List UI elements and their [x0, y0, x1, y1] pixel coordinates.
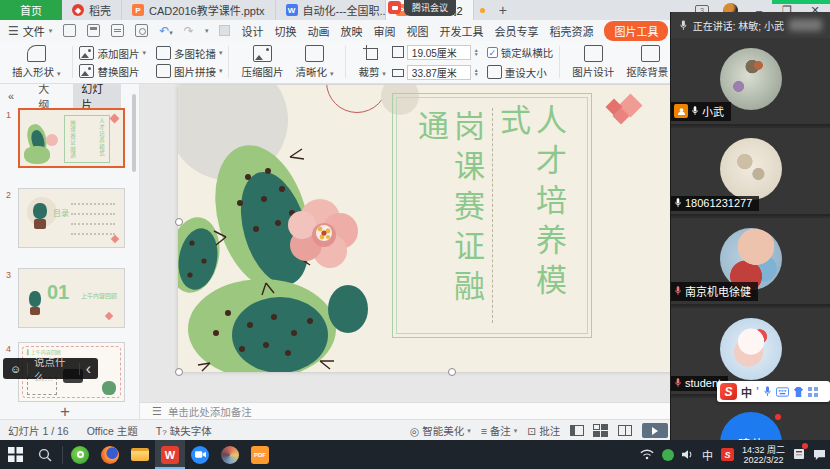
ribbon-collapse-box[interactable] [219, 25, 230, 36]
selection-handle-bottom-center[interactable] [448, 368, 456, 376]
new-tab-button[interactable]: + [499, 2, 507, 18]
menu-tab-view[interactable]: 视图 [406, 23, 428, 39]
picture-design-button[interactable]: 图片设计 [566, 45, 620, 79]
taskbar-360-browser[interactable] [65, 440, 95, 469]
selection-handle-left[interactable] [175, 218, 183, 226]
taskbar-file-explorer[interactable] [125, 440, 155, 469]
chat-collapse-icon[interactable]: ‹ [86, 360, 91, 378]
sorter-view-icon[interactable] [594, 425, 608, 436]
slide-title-sub[interactable]: 岗课赛证融通 [413, 110, 485, 337]
beautify-button[interactable]: ◎ 智能美化 ▾ [410, 423, 471, 438]
tab-document-cad[interactable]: P CAD2016教学课件.pptx [122, 0, 276, 20]
menu-tab-review[interactable]: 审阅 [373, 23, 395, 39]
action-center-icon[interactable] [813, 449, 826, 460]
carousel-icon [156, 46, 171, 60]
taskbar-search-button[interactable] [30, 440, 60, 469]
crop-button[interactable]: 裁剪 ▾ [352, 45, 391, 79]
ime-punctuation-icon[interactable]: ’ [756, 386, 759, 397]
slide-thumbnail-2[interactable]: 目录 [18, 188, 125, 248]
volume-icon[interactable] [682, 449, 694, 460]
slide-thumbnail-3[interactable]: 01 上午内容回顾 [18, 268, 125, 328]
reading-view-icon[interactable] [618, 425, 632, 436]
collapse-panel-button[interactable]: « [8, 90, 14, 102]
lock-aspect-checkbox[interactable]: ✓锁定纵横比 [487, 44, 554, 61]
ime-mic-icon[interactable] [763, 385, 772, 398]
comments-toggle[interactable]: ⊡ 批注 [527, 423, 560, 438]
toolbar-more-icon[interactable]: ▾ [205, 27, 209, 35]
height-icon [392, 46, 404, 58]
meeting-chat-overlay[interactable]: ☺ 说点什么... ‹ [3, 358, 98, 379]
selection-handle-bottom-left[interactable] [175, 368, 183, 376]
height-field[interactable]: 19.05厘米 ▲▼ [392, 44, 479, 61]
slide-number: 4 [6, 344, 11, 354]
thumbnail-scrollbar[interactable] [132, 94, 136, 172]
reset-size-button[interactable]: 重设大小 [487, 64, 554, 81]
preview-icon[interactable] [135, 24, 148, 37]
save-icon[interactable] [63, 24, 76, 37]
add-picture-button[interactable]: 添加图片▾ [79, 45, 146, 62]
tray-app-icon[interactable] [793, 446, 805, 464]
ime-skin-icon[interactable] [793, 387, 804, 397]
notes-toggle[interactable]: ≡ 备注▾ [481, 423, 518, 438]
taskbar: W PDF 中 S 14:32 周二 2022/3/22 [0, 440, 830, 469]
undo-button[interactable]: ↶▾ [159, 24, 173, 38]
slide-title-main[interactable]: 人才培养模式 [495, 104, 567, 337]
sogou-logo[interactable]: S [720, 383, 737, 400]
add-slide-button[interactable]: + [60, 402, 70, 422]
picture-stitch-button[interactable]: 图片拼接▾ [156, 63, 223, 80]
export-icon[interactable] [87, 24, 100, 37]
desktop: 首页 ◆ 稻壳 P CAD2016教学课件.pptx W 自动化---全国职..… [0, 0, 830, 469]
tray-green-icon[interactable] [662, 449, 674, 461]
redo-button[interactable]: ↷ [184, 24, 194, 38]
print-icon[interactable] [111, 24, 124, 37]
menu-tab-animation[interactable]: 动画 [307, 23, 329, 39]
taskbar-firefox[interactable] [95, 440, 125, 469]
slideshow-play-button[interactable] [642, 423, 668, 438]
taskbar-tencent-meeting[interactable] [185, 440, 215, 469]
compress-picture-button[interactable]: 压缩图片 [235, 45, 289, 79]
tab-docer[interactable]: ◆ 稻壳 [62, 0, 122, 20]
ime-toolbar[interactable]: S 中 ’ [717, 381, 830, 402]
replace-picture-button[interactable]: 替换图片 [79, 63, 146, 80]
taskbar-photo-app[interactable] [215, 440, 245, 469]
missing-font-warning[interactable]: T? 缺失字体 [156, 423, 212, 438]
chat-input-placeholder[interactable]: 说点什么... [34, 354, 73, 384]
ime-keyboard-icon[interactable] [776, 387, 789, 397]
taskbar-clock[interactable]: 14:32 周二 2022/3/22 [742, 445, 785, 465]
slide-thumbnail-1[interactable]: 人才培养模式 岗课赛证融通 [18, 108, 125, 168]
tencent-meeting-pill[interactable]: 腾讯会议 [388, 0, 456, 15]
participant-tile[interactable]: 南京机电徐健 [671, 218, 830, 306]
menu-tab-design[interactable]: 设计 [241, 23, 263, 39]
notes-placeholder: 单击此处添加备注 [168, 404, 252, 419]
taskbar-pdf-app[interactable]: PDF [245, 440, 275, 469]
width-stepper[interactable]: ▲▼ [474, 68, 479, 76]
clarify-button[interactable]: 清晰化 ▾ [289, 45, 339, 79]
start-button[interactable] [0, 440, 30, 469]
slide-1-canvas[interactable]: 人才培养模式 岗课赛证融通 [178, 85, 688, 372]
normal-view-icon[interactable] [570, 425, 584, 436]
tab-document-word[interactable]: W 自动化---全国职..电 [276, 0, 386, 20]
menu-tab-devtools[interactable]: 开发工具 [439, 23, 483, 39]
ime-toolbox-icon[interactable] [808, 387, 818, 397]
participant-tile[interactable]: 18061231277 [671, 128, 830, 216]
ime-mode-chinese[interactable]: 中 [741, 384, 752, 400]
menu-tab-slideshow[interactable]: 放映 [340, 23, 362, 39]
menu-tab-docer-res[interactable]: 稻壳资源 [549, 23, 593, 39]
theme-name[interactable]: Office 主题 [87, 423, 138, 438]
tab-home[interactable]: 首页 [0, 0, 62, 20]
emoji-icon[interactable]: ☺ [10, 363, 21, 375]
participant-tile[interactable]: 小武 [671, 38, 830, 126]
sogou-tray-icon[interactable]: S [721, 448, 734, 461]
menu-tab-transition[interactable]: 切换 [274, 23, 296, 39]
network-icon[interactable] [640, 449, 654, 460]
ppt-file-icon: P [132, 4, 144, 16]
width-field[interactable]: 33.87厘米 ▲▼ [392, 64, 479, 81]
height-stepper[interactable]: ▲▼ [474, 48, 479, 56]
ime-indicator[interactable]: 中 [702, 447, 713, 463]
file-menu[interactable]: ☰ 文件 ▾ [8, 23, 52, 39]
insert-shape-button[interactable]: 插入形状 ▾ [6, 45, 66, 79]
menu-tab-picture-tools[interactable]: 图片工具 [604, 21, 668, 41]
taskbar-wps-active[interactable]: W [155, 440, 185, 469]
menu-tab-member[interactable]: 会员专享 [494, 23, 538, 39]
multi-carousel-button[interactable]: 多图轮播▾ [156, 45, 223, 62]
